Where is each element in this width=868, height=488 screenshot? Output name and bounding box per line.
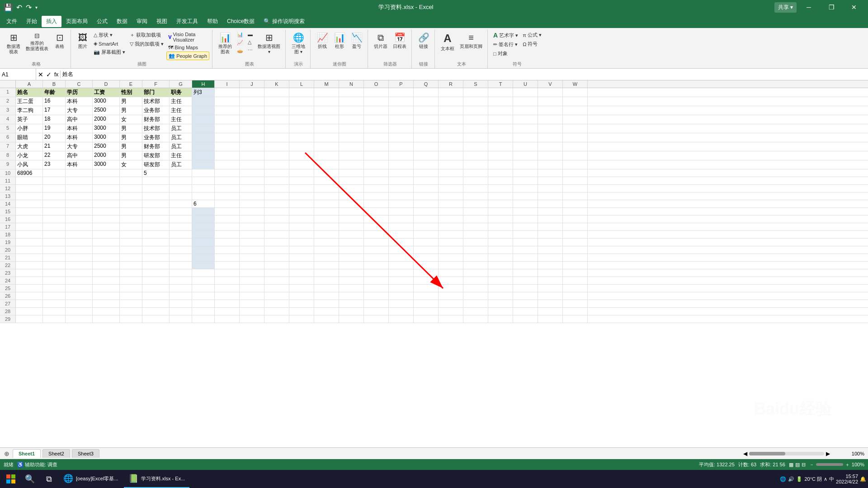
cell[interactable] [170,208,192,215]
cell[interactable] [66,239,93,246]
cell[interactable]: 研发部 [142,160,170,169]
cell[interactable] [414,285,439,292]
cell[interactable] [314,277,339,284]
cell[interactable] [339,97,364,106]
cell[interactable] [389,192,414,200]
cell[interactable] [389,285,414,292]
cell[interactable] [215,277,240,284]
cell[interactable]: 21 [43,142,66,151]
cell[interactable] [192,239,215,246]
col-header-s[interactable]: S [463,80,488,88]
col-header-v[interactable]: V [538,80,563,88]
cell[interactable] [289,269,314,277]
cell[interactable] [339,269,364,277]
cell[interactable] [170,239,192,246]
cell[interactable] [289,133,314,142]
cell[interactable] [314,192,339,200]
cell[interactable] [563,246,588,253]
cell[interactable] [240,269,264,277]
textbox-button[interactable]: A 文本框 [439,31,457,53]
cell[interactable] [364,300,389,307]
cell[interactable] [142,208,170,215]
cell[interactable] [563,285,588,292]
cell[interactable] [414,97,439,106]
cell[interactable] [43,315,66,323]
cell[interactable] [93,246,120,253]
cell[interactable]: 员工 [170,124,192,133]
cell[interactable] [289,177,314,184]
cell[interactable] [463,231,488,238]
cell[interactable] [488,177,513,184]
cell[interactable] [240,88,264,97]
cell[interactable] [389,246,414,253]
cell[interactable] [170,216,192,223]
cell[interactable] [563,254,588,261]
cell[interactable] [364,269,389,277]
cell[interactable] [192,151,215,160]
col-header-t[interactable]: T [488,80,513,88]
cell[interactable]: 小龙 [16,151,43,160]
cell[interactable] [120,315,142,323]
cell[interactable] [93,216,120,223]
cell[interactable] [513,151,538,160]
cell[interactable] [488,246,513,253]
language-indicator[interactable]: 中 [829,476,834,483]
cell[interactable] [120,254,142,261]
cell[interactable] [314,185,339,192]
cell[interactable] [289,216,314,223]
people-graph-button[interactable]: 👥People Graph [166,52,209,60]
cell[interactable] [240,133,264,142]
cell[interactable] [463,200,488,207]
cell[interactable] [93,277,120,284]
cell[interactable] [463,151,488,160]
cell[interactable] [93,185,120,192]
search-taskbar-button[interactable]: 🔍 [21,470,39,488]
cell[interactable] [414,200,439,207]
cell[interactable] [513,124,538,133]
cell[interactable] [240,277,264,284]
cell[interactable] [488,292,513,300]
cell[interactable] [389,231,414,238]
cell[interactable] [289,88,314,97]
cell[interactable] [513,88,538,97]
cell[interactable] [66,200,93,207]
cell[interactable] [120,231,142,238]
cell[interactable] [314,239,339,246]
cell[interactable] [120,277,142,284]
cell[interactable] [538,124,563,133]
cell[interactable] [16,300,43,307]
cell[interactable] [289,315,314,323]
col-header-n[interactable]: N [339,80,364,88]
cell[interactable] [289,160,314,169]
cell[interactable] [314,254,339,261]
cell[interactable]: 3000 [93,97,120,106]
cell[interactable]: 主任 [170,115,192,124]
cell[interactable] [563,169,588,177]
cell[interactable] [66,300,93,307]
cell[interactable] [364,124,389,133]
cell[interactable] [364,177,389,184]
sheet-tab-2[interactable]: Sheet2 [42,449,70,458]
cell[interactable] [414,246,439,253]
cell[interactable] [289,97,314,106]
cell[interactable] [264,315,289,323]
cell[interactable] [314,292,339,300]
cell[interactable] [43,185,66,192]
cell[interactable] [463,315,488,323]
cell[interactable] [538,177,563,184]
cell[interactable] [192,300,215,307]
cell[interactable] [339,254,364,261]
cell[interactable] [463,133,488,142]
cell[interactable] [192,160,215,169]
cell[interactable] [289,277,314,284]
cell[interactable] [43,200,66,207]
cell[interactable] [289,115,314,124]
cell[interactable] [339,246,364,253]
cell[interactable]: 本科 [66,133,93,142]
cell[interactable] [264,115,289,124]
cell[interactable] [563,308,588,315]
add-sheet-button[interactable]: ⊕ [2,449,12,459]
cell[interactable] [289,292,314,300]
search-box[interactable]: 🔍操作说明搜索 [259,16,309,27]
cell[interactable]: 3000 [93,124,120,133]
